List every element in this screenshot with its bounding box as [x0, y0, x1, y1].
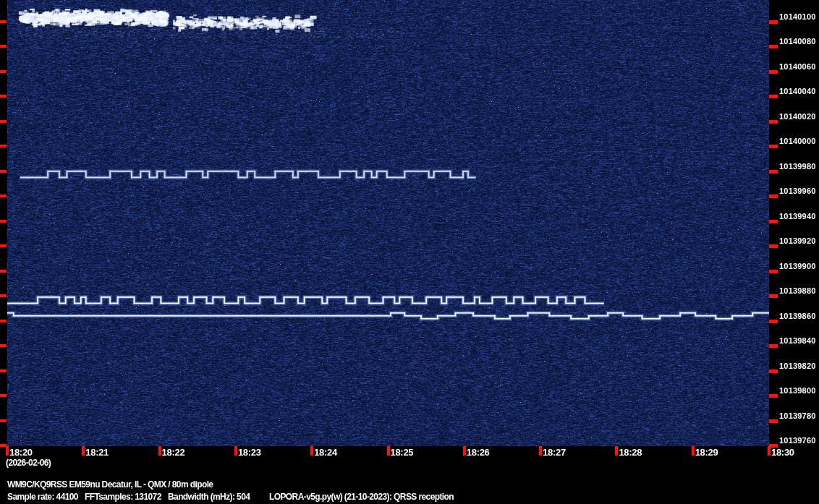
fft-samples-label: FFTsamples: 131072 — [85, 492, 161, 502]
freq-tick-left — [0, 370, 7, 372]
freq-tick-right — [769, 170, 778, 174]
time-axis-label: 18:30 — [771, 448, 794, 458]
freq-tick-left — [0, 220, 7, 223]
software-label: LOPORA-v5g.py(w) (21-10-2023): QRSS rece… — [269, 492, 454, 502]
freq-tick-left — [0, 120, 7, 123]
freq-tick-left — [0, 419, 7, 422]
freq-axis-label: 10139880 — [779, 286, 816, 296]
time-tick — [82, 446, 85, 456]
time-tick — [615, 446, 618, 456]
time-axis-label: 18:26 — [467, 448, 490, 458]
freq-tick-right — [769, 145, 778, 148]
freq-tick-right — [769, 394, 778, 398]
freq-tick-left — [0, 45, 7, 48]
freq-tick-left — [0, 244, 7, 247]
freq-tick-left — [0, 145, 7, 148]
freq-tick-left — [0, 170, 7, 173]
freq-axis-label: 10139840 — [779, 336, 816, 346]
time-axis-label: 18:20 — [9, 448, 33, 458]
freq-tick-right — [769, 419, 778, 423]
freq-axis-label: 10140040 — [779, 86, 816, 96]
freq-tick-left — [0, 270, 7, 273]
freq-tick-right — [769, 120, 778, 124]
freq-tick-right — [769, 320, 778, 323]
freq-tick-left — [0, 320, 7, 323]
time-axis-label: 18:28 — [619, 448, 642, 458]
freq-tick-left — [0, 294, 7, 297]
freq-axis-label: 10139980 — [779, 161, 816, 171]
freq-tick-right — [769, 270, 778, 273]
freq-axis-label: 10140000 — [779, 136, 816, 146]
freq-axis-label: 10140060 — [779, 61, 816, 72]
freq-axis-label: 10140080 — [779, 36, 816, 46]
freq-tick-left — [0, 394, 7, 397]
time-axis-label: 18:21 — [85, 448, 109, 458]
qrss-grabber-screen: 1014010010140080101400601014004010140020… — [0, 0, 819, 504]
freq-tick-right — [769, 20, 778, 24]
freq-tick-right — [769, 244, 778, 248]
freq-tick-right — [769, 344, 778, 348]
freq-tick-left — [0, 444, 7, 447]
freq-tick-left — [0, 344, 7, 347]
freq-axis-label: 10139900 — [779, 261, 816, 271]
freq-axis-label: 10139860 — [779, 311, 816, 321]
time-tick — [234, 446, 237, 456]
freq-tick-right — [769, 95, 778, 98]
freq-tick-right — [769, 220, 778, 223]
freq-tick-left — [0, 20, 7, 23]
freq-tick-right — [769, 45, 778, 48]
spectrogram-waterfall — [7, 0, 769, 446]
freq-axis-label: 10139920 — [779, 236, 816, 246]
time-axis-label: 18:27 — [543, 448, 566, 458]
time-tick — [310, 446, 313, 456]
time-axis-label: 18:29 — [695, 448, 718, 458]
time-tick — [6, 446, 9, 456]
freq-tick-left — [0, 195, 7, 197]
freq-axis-label: 10139800 — [779, 385, 816, 396]
freq-axis-label: 10139940 — [779, 211, 816, 221]
time-axis-label: 18:24 — [314, 448, 337, 458]
time-axis-label: 18:23 — [238, 448, 261, 458]
time-tick — [158, 446, 161, 456]
freq-tick-right — [769, 370, 778, 373]
time-axis-label: 18:25 — [391, 448, 414, 458]
freq-axis-label: 10139820 — [779, 361, 816, 371]
time-tick — [387, 446, 390, 456]
freq-axis-label: 10139760 — [779, 435, 816, 445]
time-tick — [768, 446, 771, 456]
freq-axis-label: 10139780 — [779, 411, 816, 421]
sample-rate-label: Sample rate: 44100 — [7, 492, 78, 502]
freq-tick-left — [0, 70, 7, 73]
freq-tick-right — [769, 70, 778, 74]
bandwidth-label: Bandwidth (mHz): 504 — [168, 492, 250, 502]
station-info-line: WM9C/KQ9RSS EM59nu Decatur, IL - QMX / 8… — [7, 479, 213, 490]
freq-tick-left — [0, 95, 7, 98]
freq-axis-label: 10139960 — [779, 186, 816, 196]
freq-axis-label: 10140020 — [779, 111, 816, 121]
freq-axis-label: 10140100 — [779, 12, 816, 22]
time-tick — [463, 446, 466, 456]
freq-tick-right — [769, 294, 778, 298]
date-label: (2026-02-06) — [6, 458, 51, 468]
freq-tick-right — [769, 195, 778, 198]
time-axis-label: 18:22 — [162, 448, 185, 458]
time-tick — [539, 446, 542, 456]
time-tick — [692, 446, 695, 456]
freq-tick-right — [769, 444, 778, 448]
